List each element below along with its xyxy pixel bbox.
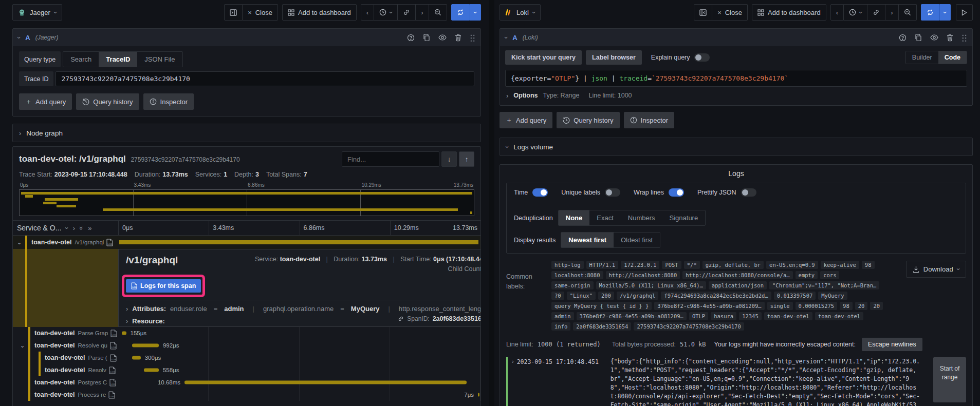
common-label-chip[interactable]: admin [551, 312, 574, 320]
help-icon[interactable] [407, 34, 415, 42]
span-timeline-cell[interactable] [118, 236, 480, 249]
span-row[interactable]: toan-dev-otelProcess reLOG7μs [13, 389, 480, 401]
span-bar[interactable] [122, 332, 126, 335]
add-to-dashboard-button-left[interactable]: Add to dashboard [282, 4, 357, 21]
span-name-cell[interactable]: ⌄toan-dev-otelResolve quLOG [13, 339, 118, 352]
expand-log-chevron-icon[interactable]: › [512, 357, 517, 406]
query-type-json-file[interactable]: JSON File [137, 52, 182, 67]
trace-find-input[interactable] [342, 151, 439, 167]
common-label-chip[interactable]: 20 [855, 302, 868, 310]
common-label-chip[interactable]: cors [820, 271, 839, 279]
collapse-query-icon[interactable]: › [503, 36, 510, 38]
span-bar[interactable] [132, 344, 158, 347]
trace-id-input[interactable] [56, 71, 474, 86]
inspector-button-right[interactable]: Inspector [624, 112, 674, 128]
find-prev-button[interactable]: ↑ [459, 151, 474, 167]
common-label-chip[interactable]: ?0 [551, 292, 564, 300]
common-label-chip[interactable]: 98 [862, 261, 875, 269]
common-label-chip[interactable]: empty [796, 271, 818, 279]
common-label-chip[interactable]: HTTP/1.1 [586, 261, 619, 269]
collapse-query-icon[interactable]: › [16, 36, 23, 38]
trace-minimap[interactable]: 0μs3.43ms6.86ms10.29ms13.73ms [19, 182, 474, 216]
editor-mode-code[interactable]: Code [938, 51, 967, 64]
query-options-row[interactable]: › Options Type: Range Line limit: 1000 [500, 87, 972, 105]
selected-span-name-column[interactable] [13, 249, 118, 327]
query-type-traceid[interactable]: TraceID [99, 52, 137, 67]
split-close-right-button[interactable] [694, 4, 712, 21]
refresh-button-left[interactable] [451, 4, 470, 21]
close-right-pane-button[interactable]: × Close [712, 4, 748, 21]
copy-icon[interactable] [423, 34, 430, 42]
explain-query-toggle[interactable] [694, 53, 710, 62]
disable-query-eye-icon[interactable] [930, 34, 938, 41]
common-label-chip[interactable]: toan-dev-otel [815, 312, 863, 320]
span-row[interactable]: ⌄toan-dev-otelResolve quLOG992μs [13, 339, 480, 352]
span-name-cell[interactable]: toan-dev-otelResolvLOG [13, 364, 118, 376]
download-button[interactable]: Download › [906, 261, 966, 278]
common-label-chip[interactable]: info [551, 322, 570, 331]
span-bar[interactable] [119, 240, 478, 244]
logs-icon[interactable]: LOG [110, 330, 117, 337]
common-label-chip[interactable]: 0.000015275 [796, 302, 838, 310]
link-icon[interactable] [398, 316, 404, 322]
span-row[interactable]: toan-dev-otelParse (LOG300μs [13, 352, 480, 364]
common-label-chip[interactable]: 200 [598, 292, 614, 300]
chevron-down-icon[interactable]: ⌄ [20, 342, 25, 349]
toggle-switch-time[interactable] [532, 188, 548, 197]
help-icon[interactable] [899, 34, 907, 42]
common-label-chip[interactable]: http://localhost:8080/console/a… [682, 271, 792, 279]
common-label-chip[interactable]: 172.23.0.1 [621, 261, 659, 269]
common-label-chip[interactable]: "Linux" [567, 292, 596, 300]
kick-start-query-button[interactable]: Kick start your query [505, 50, 582, 65]
refresh-interval-dropdown-right[interactable]: › [939, 4, 951, 21]
common-label-chip[interactable]: localhost:8080 [551, 271, 603, 279]
span-row[interactable]: toan-dev-otelPostgres CLOG10.68ms [13, 376, 480, 389]
drag-handle-icon[interactable] [961, 34, 967, 42]
copy-icon[interactable] [915, 34, 922, 42]
share-link-button-right[interactable] [867, 4, 885, 21]
query-history-button-right[interactable]: Query history [557, 112, 619, 128]
common-label-chip[interactable]: 98 [840, 302, 853, 310]
span-bar[interactable] [184, 381, 467, 384]
display-oldest-first[interactable]: Oldest first [614, 233, 660, 247]
span-row[interactable]: toan-dev-otelResolvLOG558μs [13, 364, 480, 376]
common-label-chip[interactable]: toan-dev-otel [764, 312, 812, 320]
common-label-chip[interactable]: same-origin [551, 281, 594, 289]
dedup-exact[interactable]: Exact [589, 210, 621, 225]
span-name-cell[interactable]: ⌄ toan-dev-otel /v1/graphql LOG [13, 236, 118, 249]
time-back-button-right[interactable]: ‹ [830, 4, 844, 21]
delete-query-trash-icon[interactable] [455, 34, 461, 42]
refresh-interval-dropdown-left[interactable]: › [470, 4, 481, 21]
time-forward-button-left[interactable]: › [416, 4, 429, 21]
common-label-chip[interactable]: /v1/graphql [617, 292, 659, 300]
delete-query-trash-icon[interactable] [947, 34, 953, 42]
right-datasource-picker[interactable]: Loki › [500, 4, 541, 21]
find-next-button[interactable]: ↓ [441, 151, 457, 167]
add-query-button-right[interactable]: ＋ Add query [500, 112, 552, 128]
common-label-chip[interactable]: "Chromium";v="117", "Not;A=Bran… [769, 281, 879, 289]
expand-all-icon[interactable]: » [88, 224, 91, 232]
refresh-button-right[interactable] [921, 4, 939, 21]
span-timeline-cell[interactable]: 300μs [118, 352, 480, 364]
add-query-button-left[interactable]: ＋ Add query [19, 93, 72, 110]
span-name-cell[interactable]: toan-dev-otelParse (LOG [13, 352, 118, 364]
label-browser-button[interactable]: Label browser [586, 50, 642, 65]
attributes-row[interactable]: ›Attributes:enduser.role=admin|graphql.o… [126, 300, 481, 313]
logs-for-this-span-button[interactable]: LOG Logs for this span [126, 279, 201, 293]
span-timeline-cell[interactable]: 10.68ms [118, 376, 480, 389]
common-label-chip[interactable]: POST [662, 261, 681, 269]
common-label-chip[interactable]: 20 [870, 302, 883, 310]
logs-icon[interactable]: LOG [108, 391, 115, 399]
logs-icon[interactable]: LOG [109, 366, 116, 374]
toggle-switch-prettify-json[interactable] [741, 188, 756, 197]
query-type-search[interactable]: Search [63, 52, 99, 67]
span-name-cell[interactable]: toan-dev-otelPostgres CLOG [13, 376, 118, 389]
display-newest-first[interactable]: Newest first [561, 233, 614, 247]
close-left-pane-button[interactable]: × Close [243, 4, 278, 21]
common-label-chip[interactable]: application/json [709, 281, 767, 289]
chevron-down-icon[interactable]: › [64, 227, 70, 229]
span-name-cell[interactable]: toan-dev-otelParse GrapLOG [13, 327, 118, 339]
chevron-down-icon[interactable]: ⌄ [17, 239, 22, 246]
span-bar[interactable] [478, 393, 479, 397]
span-row-root[interactable]: ⌄ toan-dev-otel /v1/graphql LOG [13, 236, 480, 249]
